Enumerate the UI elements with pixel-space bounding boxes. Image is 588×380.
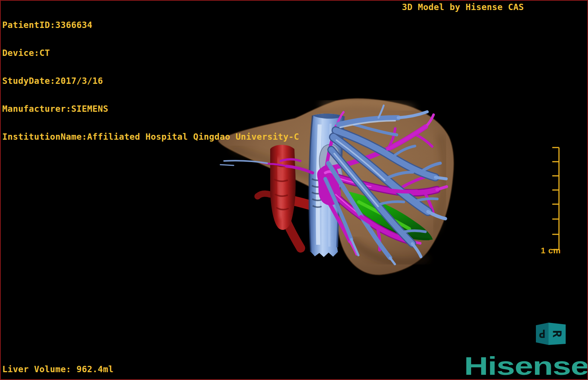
patient-id-label: PatientID:3366634 — [2, 20, 299, 30]
scale-bar: 1 cm — [537, 145, 566, 260]
viewer-window: PatientID:3366634 Device:CT StudyDate:20… — [0, 0, 588, 380]
orientation-cube[interactable]: P R — [533, 319, 570, 347]
liver-volume-label: Liver Volume: 962.4ml — [2, 364, 114, 374]
patient-info-overlay: PatientID:3366634 Device:CT StudyDate:20… — [2, 2, 299, 160]
orientation-letter-r: R — [550, 330, 564, 338]
scale-bar-label: 1 cm — [541, 246, 561, 256]
manufacturer-label: Manufacturer:SIEMENS — [2, 104, 299, 114]
device-label: Device:CT — [2, 48, 299, 58]
institution-name-label: InstitutionName:Affiliated Hospital Qing… — [2, 132, 299, 142]
orientation-letter-p: P — [539, 327, 546, 340]
model-title-label: 3D Model by Hisense CAS — [402, 2, 524, 12]
scale-bar-ruler — [537, 145, 566, 260]
study-date-label: StudyDate:2017/3/16 — [2, 76, 299, 86]
hisense-logo: Hisense — [464, 355, 588, 377]
